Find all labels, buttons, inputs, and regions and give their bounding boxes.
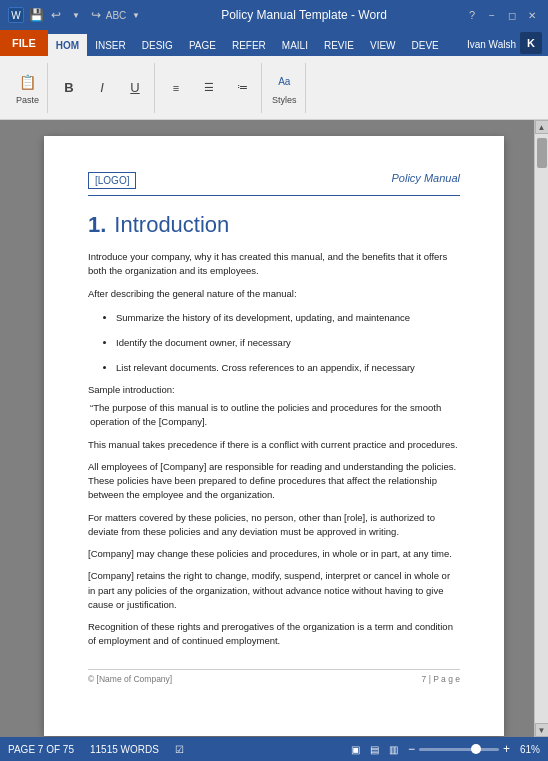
bullet-item-3: List relevant documents. Cross reference… xyxy=(116,359,460,376)
tab-view[interactable]: VIEW xyxy=(362,34,404,56)
bullets-button[interactable]: ≔ xyxy=(227,74,257,102)
chapter-number: 1. xyxy=(88,212,106,238)
italic-button[interactable]: I xyxy=(87,74,117,102)
word-count-text: 11515 WORDS xyxy=(90,744,159,755)
body-para-2: All employees of [Company] are responsib… xyxy=(88,460,460,503)
font-group: B I U xyxy=(50,63,155,113)
help-icon[interactable]: ? xyxy=(464,7,480,23)
paste-icon: 📋 xyxy=(17,71,39,93)
window-title: Policy Manual Template - Word xyxy=(150,8,458,22)
ribbon-toolbar: 📋 Paste B I U ≡ ☰ ≔ Aa Styles xyxy=(0,56,548,120)
page-footer: © [Name of Company] 7 | P a g e xyxy=(88,669,460,684)
chapter-heading: 1. Introduction xyxy=(88,212,460,238)
word-count: 11515 WORDS xyxy=(90,744,159,755)
word-count-icon[interactable]: ☑ xyxy=(175,744,184,755)
paste-button[interactable]: 📋 Paste xyxy=(12,68,43,108)
underline-button[interactable]: U xyxy=(120,74,150,102)
align-center-button[interactable]: ☰ xyxy=(194,74,224,102)
intro-paragraph-2: After describing the general nature of t… xyxy=(88,287,460,301)
paragraph-group: ≡ ☰ ≔ xyxy=(157,63,262,113)
vertical-scrollbar[interactable]: ▲ ▼ xyxy=(534,120,548,737)
scroll-thumb[interactable] xyxy=(537,138,547,168)
quick-access-toolbar: W 💾 ↩ ▼ ↪ ABC ▼ xyxy=(8,7,144,23)
zoom-level[interactable]: 61% xyxy=(520,744,540,755)
page-header: [LOGO] Policy Manual xyxy=(88,172,460,196)
zoom-track[interactable] xyxy=(419,748,499,751)
page-info-text: PAGE 7 OF 75 xyxy=(8,744,74,755)
page: [LOGO] Policy Manual 1. Introduction Int… xyxy=(44,136,504,736)
tab-references[interactable]: REFER xyxy=(224,34,274,56)
zoom-thumb[interactable] xyxy=(471,744,481,754)
save-icon[interactable]: 💾 xyxy=(28,7,44,23)
bullet-item-2: Identify the document owner, if necessar… xyxy=(116,334,460,351)
bold-button[interactable]: B xyxy=(54,74,84,102)
user-name: Ivan Walsh xyxy=(467,39,516,50)
zoom-slider[interactable]: − + xyxy=(408,742,510,756)
print-view-icon[interactable]: ▣ xyxy=(351,744,360,755)
italic-icon: I xyxy=(91,77,113,99)
zoom-minus-button[interactable]: − xyxy=(408,742,415,756)
user-avatar[interactable]: K xyxy=(520,32,542,54)
read-view-icon[interactable]: ▤ xyxy=(370,744,379,755)
user-area: Ivan Walsh K xyxy=(467,32,548,56)
web-view-icon[interactable]: ▥ xyxy=(389,744,398,755)
align-left-icon: ≡ xyxy=(165,77,187,99)
sample-quote: “The purpose of this manual is to outlin… xyxy=(88,401,460,430)
page-info: PAGE 7 OF 75 xyxy=(8,744,74,755)
styles-button[interactable]: Aa Styles xyxy=(268,68,301,108)
styles-icon: Aa xyxy=(273,71,295,93)
logo: [LOGO] xyxy=(88,172,136,189)
align-left-button[interactable]: ≡ xyxy=(161,74,191,102)
file-tab[interactable]: FILE xyxy=(0,30,48,56)
title-bar: W 💾 ↩ ▼ ↪ ABC ▼ Policy Manual Template -… xyxy=(0,0,548,30)
tab-developer[interactable]: DEVE xyxy=(404,34,447,56)
scroll-up-arrow[interactable]: ▲ xyxy=(535,120,549,134)
tab-insert[interactable]: INSER xyxy=(87,34,134,56)
bullet-list: Summarize the history of its development… xyxy=(88,309,460,376)
close-button[interactable]: ✕ xyxy=(524,7,540,23)
word-count-check-icon: ☑ xyxy=(175,744,184,755)
scroll-down-arrow[interactable]: ▼ xyxy=(535,723,549,737)
body-para-5: [Company] retains the right to change, m… xyxy=(88,569,460,612)
tab-review[interactable]: REVIE xyxy=(316,34,362,56)
undo-icon[interactable]: ↩ xyxy=(48,7,64,23)
tab-design[interactable]: DESIG xyxy=(134,34,181,56)
redo-icon[interactable]: ↪ xyxy=(88,7,104,23)
body-para-4: [Company] may change these policies and … xyxy=(88,547,460,561)
ribbon-tabs: FILE HOM INSER DESIG PAGE REFER MAILI RE… xyxy=(0,30,548,56)
minimize-button[interactable]: − xyxy=(484,7,500,23)
tab-mailings[interactable]: MAILI xyxy=(274,34,316,56)
bullets-icon: ≔ xyxy=(231,77,253,99)
document-area[interactable]: [LOGO] Policy Manual 1. Introduction Int… xyxy=(0,120,548,737)
policy-manual-header: Policy Manual xyxy=(392,172,460,184)
body-para-6: Recognition of these rights and prerogat… xyxy=(88,620,460,649)
styles-group: Aa Styles xyxy=(264,63,306,113)
footer-company: © [Name of Company] xyxy=(88,674,172,684)
bold-icon: B xyxy=(58,77,80,99)
bullet-item-1: Summarize the history of its development… xyxy=(116,309,460,326)
status-bar: PAGE 7 OF 75 11515 WORDS ☑ ▣ ▤ ▥ − + 61% xyxy=(0,737,548,761)
underline-icon: U xyxy=(124,77,146,99)
zoom-plus-button[interactable]: + xyxy=(503,742,510,756)
footer-page-number: 7 | P a g e xyxy=(422,674,460,684)
intro-paragraph-1: Introduce your company, why it has creat… xyxy=(88,250,460,279)
body-para-3: For matters covered by these policies, n… xyxy=(88,511,460,540)
spelling-icon[interactable]: ABC xyxy=(108,7,124,23)
restore-button[interactable]: ◻ xyxy=(504,7,520,23)
clipboard-group: 📋 Paste xyxy=(8,63,48,113)
tab-page[interactable]: PAGE xyxy=(181,34,224,56)
body-para-1: This manual takes precedence if there is… xyxy=(88,438,460,452)
chapter-title: Introduction xyxy=(114,212,229,238)
word-icon: W xyxy=(8,7,24,23)
view-controls: ▣ ▤ ▥ − + 61% xyxy=(351,742,540,756)
spelling-dropdown-icon[interactable]: ▼ xyxy=(128,7,144,23)
sample-label: Sample introduction: xyxy=(88,384,460,395)
align-center-icon: ☰ xyxy=(198,77,220,99)
window-controls: ? − ◻ ✕ xyxy=(464,7,540,23)
tab-home[interactable]: HOM xyxy=(48,34,87,56)
undo-dropdown-icon[interactable]: ▼ xyxy=(68,7,84,23)
